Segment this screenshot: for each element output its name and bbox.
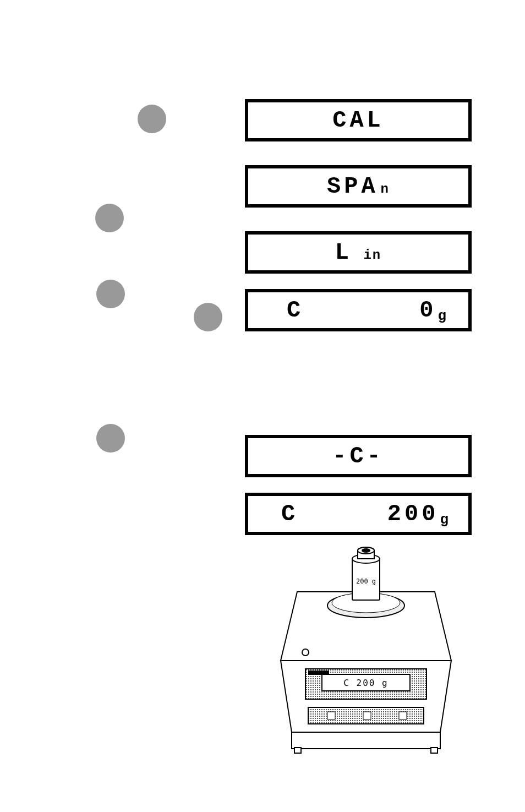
lcd-unit: g xyxy=(438,308,450,324)
svg-rect-17 xyxy=(308,671,329,675)
lcd-right: 200 xyxy=(387,501,439,527)
svg-rect-2 xyxy=(294,748,301,753)
step-bullet-2 xyxy=(95,204,124,232)
lcd-text: L xyxy=(335,239,352,266)
svg-rect-16 xyxy=(322,674,410,691)
svg-marker-0 xyxy=(281,661,451,732)
svg-rect-15 xyxy=(305,669,426,699)
lcd-text: SPA xyxy=(327,173,379,200)
svg-rect-8 xyxy=(352,559,380,600)
svg-marker-4 xyxy=(281,592,451,661)
lcd-left: C xyxy=(281,501,298,527)
lcd-display-c0g: C 0 g xyxy=(245,289,472,331)
calibration-weight-icon xyxy=(352,547,380,600)
lcd-display-span: SPAn xyxy=(245,165,472,208)
weight-label: 200 g xyxy=(356,577,376,585)
lcd-display-cal: CAL xyxy=(245,99,472,141)
lcd-right: 0 xyxy=(419,297,436,324)
balance-scale-illustration: 200 g C 200 g xyxy=(275,528,457,760)
step-bullet-5 xyxy=(96,424,125,453)
svg-point-10 xyxy=(358,547,374,554)
step-bullet-4 xyxy=(194,303,222,331)
lcd-display-c200g: C 200 g xyxy=(245,493,472,535)
lcd-unit: g xyxy=(440,511,452,528)
svg-rect-3 xyxy=(431,748,438,753)
svg-rect-19 xyxy=(327,712,335,720)
svg-point-7 xyxy=(332,593,400,613)
mini-lcd-text: C 200 g xyxy=(343,678,388,688)
svg-rect-18 xyxy=(308,707,424,724)
lcd-display-lin: L in xyxy=(245,231,472,274)
lcd-text: -C- xyxy=(332,443,384,470)
step-bullet-1 xyxy=(138,105,166,133)
svg-rect-20 xyxy=(363,712,371,720)
svg-rect-11 xyxy=(358,551,374,559)
svg-marker-1 xyxy=(292,732,440,749)
svg-point-6 xyxy=(327,593,404,618)
lcd-sub: n xyxy=(381,182,390,197)
lcd-sub: in xyxy=(354,248,381,263)
svg-point-12 xyxy=(358,547,374,554)
lcd-left: C xyxy=(287,297,304,324)
svg-point-9 xyxy=(352,554,380,563)
lcd-display-dash-c-dash: -C- xyxy=(245,435,472,477)
svg-point-13 xyxy=(362,549,370,552)
svg-point-5 xyxy=(302,649,309,656)
svg-rect-21 xyxy=(399,712,407,720)
lcd-text: CAL xyxy=(332,107,384,134)
step-bullet-3 xyxy=(96,280,125,308)
